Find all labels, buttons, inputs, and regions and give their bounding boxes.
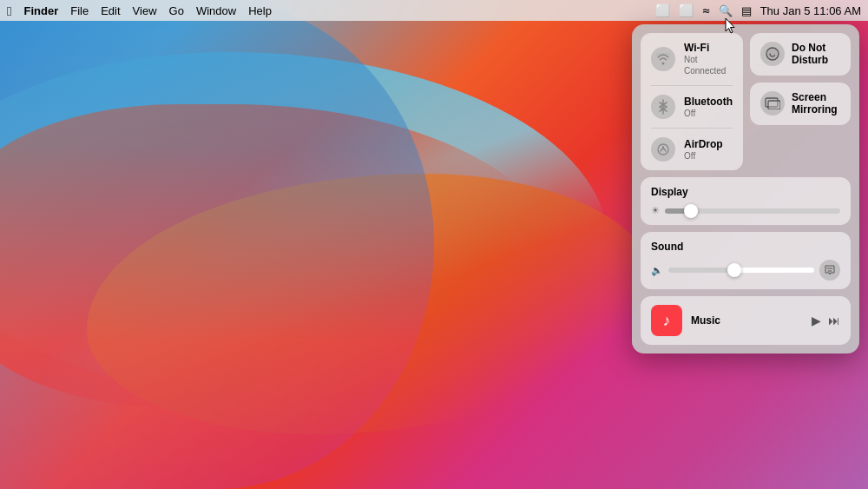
menu-go[interactable]: Go — [169, 4, 184, 17]
cc-connectivity-block: Wi-Fi Not Connected Bluetooth Off — [641, 33, 743, 170]
cc-sound-section: Sound 🔈 — [641, 232, 851, 289]
screen-mirroring-label: Screen Mirroring — [792, 91, 840, 116]
music-label: Music — [691, 314, 803, 327]
music-play-button[interactable]: ▶ — [812, 314, 821, 327]
display-title: Display — [651, 186, 840, 198]
svg-rect-4 — [768, 101, 780, 109]
volume-slider[interactable] — [668, 268, 814, 273]
cc-right-col: Do Not Disturb Screen Mirroring — [750, 33, 851, 170]
do-not-disturb-label: Do Not Disturb — [792, 42, 840, 67]
wifi-menubar-icon[interactable]: ≈ — [702, 3, 709, 17]
cc-top-row: Wi-Fi Not Connected Bluetooth Off — [641, 33, 851, 170]
wifi-status: Not Connected — [684, 54, 733, 76]
airdrop-label: AirDrop — [684, 138, 723, 150]
menu-finder[interactable]: Finder — [23, 4, 58, 17]
menubar-clock: Thu Jan 5 11:06 AM — [760, 4, 861, 17]
screen-mirroring-icon — [760, 91, 785, 116]
bluetooth-status: Off — [684, 108, 733, 119]
music-note-icon: ♪ — [663, 312, 671, 330]
bluetooth-icon — [651, 95, 675, 119]
menubar:  Finder File Edit View Go Window Help ⬜… — [0, 0, 868, 21]
cc-wifi-item[interactable]: Wi-Fi Not Connected — [651, 42, 733, 76]
cc-airdrop-item[interactable]: AirDrop Off — [651, 128, 733, 162]
wifi-icon — [651, 47, 675, 71]
menu-file[interactable]: File — [70, 4, 89, 17]
apple-menu[interactable]:  — [7, 3, 11, 18]
cc-do-not-disturb[interactable]: Do Not Disturb — [750, 33, 851, 76]
menu-view[interactable]: View — [133, 4, 157, 17]
do-not-disturb-icon — [760, 42, 785, 66]
menu-edit[interactable]: Edit — [101, 4, 120, 17]
control-center-menubar-icon[interactable]: ▤ — [741, 4, 752, 17]
control-center-panel: Wi-Fi Not Connected Bluetooth Off — [632, 24, 859, 354]
volume-icon: 🔈 — [651, 265, 663, 276]
browser-menubar-icon[interactable]: ⬜ — [679, 3, 694, 17]
svg-point-1 — [658, 144, 668, 155]
brightness-slider[interactable] — [665, 208, 840, 214]
ipad-menubar-icon[interactable]: ⬜ — [655, 3, 670, 17]
airdrop-icon — [651, 137, 675, 162]
wifi-label: Wi-Fi — [684, 42, 733, 54]
search-menubar-icon[interactable]: 🔍 — [719, 4, 733, 17]
menu-window[interactable]: Window — [196, 4, 236, 17]
sound-title: Sound — [651, 241, 840, 253]
music-forward-button[interactable]: ⏭ — [828, 314, 840, 327]
bluetooth-label: Bluetooth — [684, 96, 733, 108]
cc-screen-mirroring[interactable]: Screen Mirroring — [750, 83, 851, 125]
airdrop-status: Off — [684, 150, 723, 162]
airplay-button[interactable] — [819, 260, 840, 281]
brightness-low-icon: ☀ — [651, 205, 660, 216]
svg-point-2 — [662, 146, 664, 148]
cc-display-section: Display ☀ — [641, 177, 851, 225]
cc-bluetooth-item[interactable]: Bluetooth Off — [651, 85, 733, 119]
music-app-icon: ♪ — [651, 305, 682, 336]
menu-help[interactable]: Help — [248, 4, 272, 17]
cc-music-section: ♪ Music ▶ ⏭ — [641, 296, 851, 345]
